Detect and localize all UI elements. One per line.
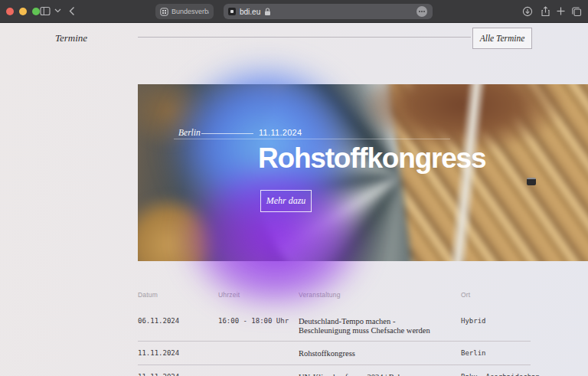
site-favicon-icon <box>160 8 168 16</box>
minimize-window-button[interactable] <box>19 8 27 15</box>
event-location: Baku, Aserbaidschan <box>461 373 540 376</box>
header-divider <box>138 37 471 38</box>
back-icon[interactable] <box>69 6 75 16</box>
events-table: Datum Uhrzeit Veranstaltung Ort 06.11.20… <box>138 291 531 376</box>
section-title: Termine <box>55 32 87 44</box>
hero-date: 11.11.2024 <box>259 128 302 137</box>
downloads-icon[interactable] <box>522 6 533 17</box>
browser-window: Bundesverband... bdi.eu <box>0 0 588 376</box>
lock-icon <box>264 8 271 16</box>
event-date: 06.11.2024 <box>138 317 218 326</box>
more-info-button[interactable]: Mehr dazu <box>260 190 312 212</box>
url-text: bdi.eu <box>240 8 260 16</box>
pinned-tab[interactable]: Bundesverband... <box>155 4 214 19</box>
zoom-window-button[interactable] <box>32 8 40 15</box>
page-settings-icon[interactable] <box>416 6 427 17</box>
chevron-down-icon[interactable] <box>54 8 61 13</box>
all-events-button[interactable]: Alle Termine <box>472 28 532 49</box>
column-header-datum: Datum <box>138 291 218 299</box>
browser-toolbar: Bundesverband... bdi.eu <box>0 0 588 23</box>
close-window-button[interactable] <box>6 8 14 15</box>
hero-meta-divider <box>201 133 253 134</box>
event-date: 11.11.2024 - 22.11.2024 <box>138 373 218 376</box>
new-tab-icon[interactable] <box>556 6 566 16</box>
tab-overview-icon[interactable] <box>571 6 582 17</box>
web-page: Termine Alle Termine Berlin 11.11.2024 R… <box>0 23 588 376</box>
hero-meta-row: Berlin 11.11.2024 <box>138 128 588 139</box>
table-row[interactable]: 11.11.2024 Rohstoffkongress Berlin <box>138 342 531 365</box>
hero-cta-hairline <box>174 139 450 139</box>
event-time: 16:00 - 18:00 Uhr <box>218 317 299 326</box>
column-header-veranstaltung: Veranstaltung <box>299 291 461 299</box>
hero-content: Berlin 11.11.2024 Rohstoffkongress Mehr … <box>138 84 588 261</box>
event-name: UN-Klimakonferenz 2024 | Baku <box>299 373 461 376</box>
sidebar-icon[interactable] <box>40 6 51 16</box>
events-table-header: Datum Uhrzeit Veranstaltung Ort <box>138 291 531 299</box>
column-header-uhrzeit: Uhrzeit <box>218 291 299 299</box>
pinned-tab-label: Bundesverband... <box>172 8 209 15</box>
event-date: 11.11.2024 <box>138 349 218 358</box>
table-row[interactable]: 11.11.2024 - 22.11.2024 UN-Klimakonferen… <box>138 365 531 376</box>
bdi-favicon-icon <box>228 8 236 15</box>
hero-title: Rohstoffkongress <box>258 144 485 172</box>
event-location: Hybrid <box>461 317 531 326</box>
table-row[interactable]: 06.11.2024 16:00 - 18:00 Uhr Deutschland… <box>138 309 531 342</box>
share-icon[interactable] <box>541 6 550 17</box>
event-name: Rohstoffkongress <box>299 349 461 358</box>
hero-location: Berlin <box>178 128 201 137</box>
address-bar[interactable]: bdi.eu <box>224 4 433 19</box>
event-name: Deutschland-Tempo machen - Beschleunigun… <box>299 317 461 335</box>
event-location: Berlin <box>461 349 531 358</box>
window-controls <box>6 8 40 15</box>
column-header-ort: Ort <box>461 291 531 299</box>
